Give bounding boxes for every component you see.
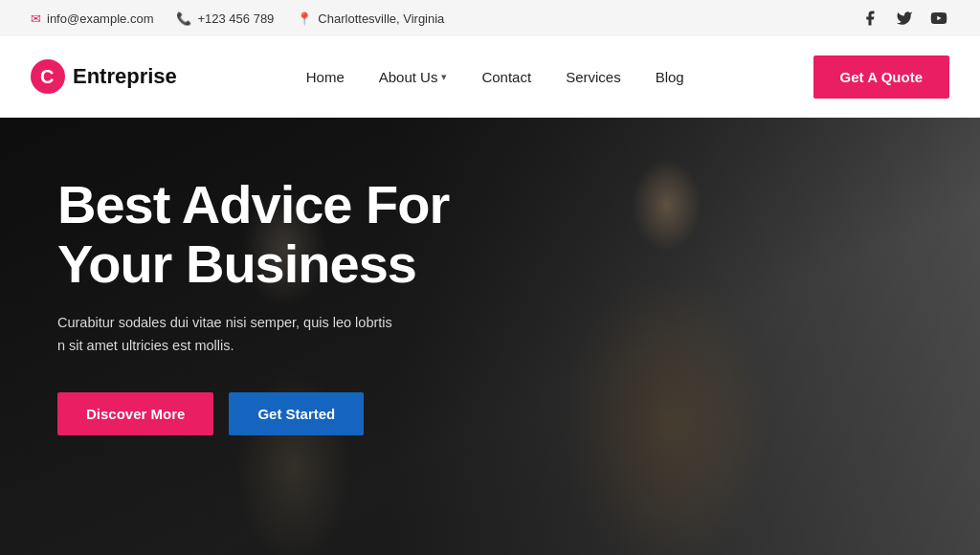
hero-title: Best Advice For Your Business [57, 175, 555, 293]
hero-buttons: Discover More Get Started [57, 392, 555, 435]
facebook-icon[interactable] [859, 8, 880, 29]
phone-icon: 📞 [176, 11, 191, 26]
discover-more-button[interactable]: Discover More [57, 392, 213, 435]
social-links [859, 8, 949, 29]
hero-section: Best Advice For Your Business Curabitur … [0, 118, 980, 555]
email-item: ✉ info@example.com [31, 11, 153, 26]
svg-text:C: C [40, 66, 54, 87]
location-text: Charlottesville, Virginia [318, 11, 444, 26]
twitter-icon[interactable] [894, 8, 915, 29]
logo-icon: C [31, 59, 65, 94]
get-started-button[interactable]: Get Started [229, 392, 364, 435]
location-item: 📍 Charlottesville, Virginia [297, 11, 444, 26]
main-nav: Home About Us ▾ Contact Services Blog [306, 69, 684, 85]
email-text: info@example.com [47, 11, 153, 26]
hero-subtitle: Curabitur sodales dui vitae nisi semper,… [57, 312, 402, 358]
phone-text: +123 456 789 [197, 11, 274, 26]
phone-item: 📞 +123 456 789 [176, 11, 274, 26]
header: C Entreprise Home About Us ▾ Contact Ser… [0, 36, 980, 118]
logo[interactable]: C Entreprise [31, 59, 177, 94]
top-bar: ✉ info@example.com 📞 +123 456 789 📍 Char… [0, 0, 980, 36]
hero-content: Best Advice For Your Business Curabitur … [57, 175, 555, 435]
youtube-icon[interactable] [928, 8, 949, 29]
nav-home[interactable]: Home [306, 69, 345, 85]
mail-icon: ✉ [31, 11, 41, 26]
about-dropdown-icon: ▾ [441, 71, 447, 83]
nav-services[interactable]: Services [566, 69, 621, 85]
nav-blog[interactable]: Blog [656, 69, 684, 85]
logo-text: Entreprise [73, 64, 177, 89]
nav-contact[interactable]: Contact [481, 69, 531, 85]
nav-about[interactable]: About Us ▾ [379, 69, 448, 85]
top-bar-contact: ✉ info@example.com 📞 +123 456 789 📍 Char… [31, 11, 444, 26]
get-quote-button[interactable]: Get A Quote [813, 56, 949, 99]
location-icon: 📍 [297, 11, 312, 26]
